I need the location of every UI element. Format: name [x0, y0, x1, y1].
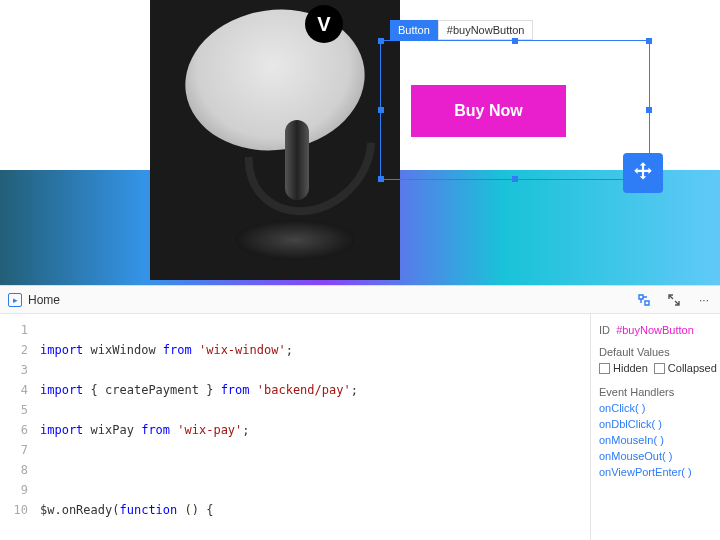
selection-tag: Button #buyNowButton — [390, 20, 533, 40]
selection-type-label: Button — [390, 20, 438, 40]
selection-overlay: Button #buyNowButton Buy Now — [380, 20, 660, 180]
move-gizmo[interactable] — [623, 153, 663, 193]
brand-badge: V — [305, 5, 343, 43]
resize-handle[interactable] — [378, 107, 384, 113]
breadcrumb-label: Home — [28, 293, 60, 307]
hidden-checkbox[interactable]: Hidden — [599, 362, 648, 374]
event-handler-onclick[interactable]: onClick( ) — [599, 402, 712, 414]
defaults-heading: Default Values — [599, 346, 712, 358]
resize-handle[interactable] — [378, 176, 384, 182]
resize-handle[interactable] — [646, 107, 652, 113]
id-label: ID — [599, 324, 610, 336]
breadcrumb[interactable]: ▸ Home — [8, 293, 60, 307]
design-canvas[interactable]: V Button #buyNowButton Buy Now — [0, 0, 720, 285]
format-code-button[interactable] — [636, 292, 652, 308]
selection-box[interactable]: Buy Now — [380, 40, 650, 180]
handlers-heading: Event Handlers — [599, 386, 712, 398]
resize-handle[interactable] — [512, 38, 518, 44]
resize-handle[interactable] — [646, 38, 652, 44]
event-handler-onmousein[interactable]: onMouseIn( ) — [599, 434, 712, 446]
resize-handle[interactable] — [378, 38, 384, 44]
expand-button[interactable] — [666, 292, 682, 308]
selection-id-label: #buyNowButton — [438, 20, 534, 40]
code-content[interactable]: import wixWindow from 'wix-window'; impo… — [40, 320, 590, 540]
collapsed-checkbox[interactable]: Collapsed — [654, 362, 717, 374]
resize-handle[interactable] — [512, 176, 518, 182]
event-handler-ondblclick[interactable]: onDblClick( ) — [599, 418, 712, 430]
move-icon — [630, 160, 656, 186]
event-handler-onmouseout[interactable]: onMouseOut( ) — [599, 450, 712, 462]
buy-now-button[interactable]: Buy Now — [411, 85, 566, 137]
line-gutter: 12345678910 — [0, 320, 40, 540]
more-button[interactable]: ··· — [696, 292, 712, 308]
event-handler-onviewportenter[interactable]: onViewPortEnter( ) — [599, 466, 712, 478]
panel-header: ▸ Home ··· — [0, 286, 720, 314]
page-icon: ▸ — [8, 293, 22, 307]
code-panel: ▸ Home ··· 12345678910 import wixWindow … — [0, 285, 720, 540]
product-image: V — [150, 0, 400, 280]
code-editor[interactable]: 12345678910 import wixWindow from 'wix-w… — [0, 314, 590, 540]
id-value[interactable]: #buyNowButton — [616, 324, 694, 336]
properties-panel: ID #buyNowButton Default Values Hidden C… — [590, 314, 720, 540]
